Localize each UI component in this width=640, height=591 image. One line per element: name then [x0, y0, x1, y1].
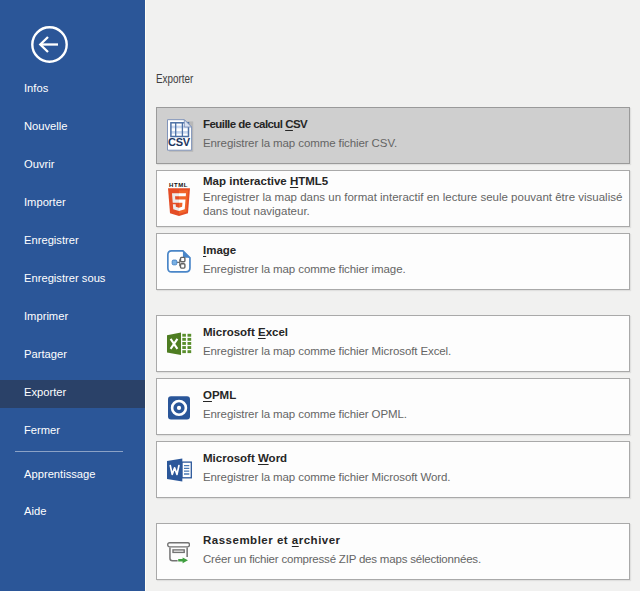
svg-text:HTML: HTML	[169, 182, 188, 188]
svg-text:CSV: CSV	[168, 136, 191, 148]
